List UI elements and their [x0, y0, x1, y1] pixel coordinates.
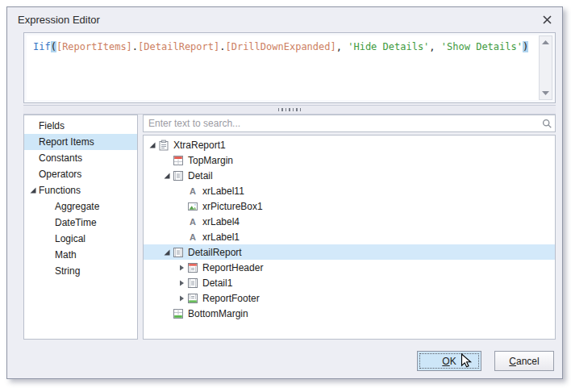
- report-items-tree: XtraReport1TopMarginDetailAxrLabel11xrPi…: [143, 135, 556, 340]
- expanded-expander-icon[interactable]: [27, 186, 39, 194]
- tree-item-detailreport[interactable]: DetailReport: [144, 244, 555, 260]
- category-item-aggregate[interactable]: Aggregate: [24, 198, 137, 215]
- category-item-logical[interactable]: Logical: [24, 231, 137, 247]
- category-item-label: Report Items: [24, 136, 94, 148]
- splitter-grip: [278, 108, 280, 111]
- category-item-label: String: [24, 265, 80, 277]
- tree-item-xrlabel4[interactable]: AxrLabel4: [144, 214, 555, 229]
- label-icon: A: [187, 231, 198, 243]
- bottom-margin-icon: [173, 308, 184, 319]
- tree-item-label: DetailReport: [188, 247, 242, 258]
- top-margin-icon: [173, 155, 184, 166]
- category-item-math[interactable]: Math: [24, 247, 137, 263]
- expression-token: 'Show Details': [441, 41, 523, 52]
- scroll-up-icon[interactable]: [540, 36, 552, 48]
- expression-text[interactable]: Iif([ReportItems].[DetailReport].[DrillD…: [27, 35, 539, 100]
- svg-text:A: A: [190, 217, 196, 227]
- tree-item-label: Detail: [188, 170, 213, 181]
- tree-item-label: Detail1: [202, 277, 232, 289]
- band-icon: [187, 277, 198, 289]
- category-item-label: Logical: [24, 233, 85, 244]
- tree-item-topmargin[interactable]: TopMargin: [144, 152, 555, 168]
- expression-scrollbar[interactable]: [539, 35, 552, 100]
- expression-token: ,: [429, 41, 440, 52]
- tree-item-xrlabel11[interactable]: AxrLabel11: [144, 183, 555, 198]
- expression-editor-dialog: Expression Editor Iif([ReportItems].[Det…: [6, 6, 563, 379]
- tree-item-detail[interactable]: Detail: [144, 168, 555, 183]
- category-item-datetime[interactable]: DateTime: [24, 215, 137, 231]
- expression-token: .: [132, 41, 138, 52]
- search-box: [143, 115, 556, 132]
- expression-token: [ReportItems]: [56, 41, 132, 52]
- category-item-label: Functions: [39, 185, 81, 196]
- category-item-constants[interactable]: Constants: [24, 150, 137, 166]
- svg-text:A: A: [190, 186, 196, 196]
- expression-token: Iif: [33, 41, 51, 52]
- scroll-down-icon[interactable]: [540, 87, 552, 99]
- label-icon: A: [187, 186, 198, 197]
- cancel-button[interactable]: Cancel: [494, 351, 554, 371]
- tree-item-label: xrPictureBox1: [202, 201, 263, 212]
- expression-token: ,: [336, 41, 348, 52]
- ok-button-label: OK: [442, 356, 456, 367]
- category-item-label: Operators: [24, 169, 81, 180]
- category-item-label: Constants: [24, 152, 82, 164]
- category-item-fields[interactable]: Fields: [24, 118, 137, 134]
- tree-item-label: xrLabel4: [202, 216, 240, 227]
- category-item-label: Math: [24, 249, 77, 261]
- tree-item-label: ReportFooter: [202, 293, 260, 304]
- tree-item-xrpicturebox1[interactable]: xrPictureBox1: [144, 198, 555, 214]
- tree-item-detail1[interactable]: Detail1: [144, 275, 555, 290]
- band-footer-icon: [187, 293, 198, 304]
- svg-text:A: A: [190, 232, 196, 242]
- tree-item-xrlabel1[interactable]: AxrLabel1: [144, 229, 555, 244]
- label-icon: A: [187, 216, 198, 227]
- band-icon: [173, 247, 184, 258]
- expression-token: (: [51, 41, 56, 52]
- tree-item-reportheader[interactable]: ReportHeader: [144, 260, 555, 275]
- expression-token: ): [523, 41, 528, 52]
- category-item-functions[interactable]: Functions: [24, 182, 137, 198]
- close-icon[interactable]: [543, 15, 552, 24]
- tree-item-label: BottomMargin: [188, 308, 248, 319]
- category-item-label: DateTime: [24, 217, 97, 228]
- title-bar: Expression Editor: [7, 7, 562, 31]
- category-item-operators[interactable]: Operators: [24, 166, 137, 182]
- tree-item-label: ReportHeader: [202, 262, 263, 273]
- tree-item-label: XtraReport1: [173, 140, 226, 151]
- search-icon[interactable]: [539, 119, 555, 129]
- search-input[interactable]: [144, 118, 539, 129]
- collapsed-expander-icon[interactable]: [176, 294, 187, 302]
- tree-item-xtrareport1[interactable]: XtraReport1: [144, 137, 555, 152]
- expanded-expander-icon[interactable]: [161, 172, 173, 180]
- tree-item-bottommargin[interactable]: BottomMargin: [144, 306, 555, 321]
- expanded-expander-icon[interactable]: [161, 248, 173, 256]
- report-icon: [158, 140, 169, 151]
- expression-editor-box: Iif([ReportItems].[DetailReport].[DrillD…: [23, 32, 556, 103]
- tree-item-label: TopMargin: [188, 155, 233, 166]
- picture-icon: [187, 201, 198, 212]
- expression-token: [DetailReport]: [138, 41, 219, 52]
- category-item-string[interactable]: String: [24, 263, 137, 279]
- expression-token: 'Hide Details': [348, 41, 429, 52]
- tree-item-label: xrLabel11: [202, 186, 244, 197]
- dialog-title: Expression Editor: [18, 14, 100, 26]
- collapsed-expander-icon[interactable]: [176, 279, 187, 287]
- category-item-label: Fields: [24, 120, 65, 131]
- band-header-icon: [187, 262, 198, 273]
- tree-item-reportfooter[interactable]: ReportFooter: [144, 290, 555, 306]
- category-item-label: Aggregate: [24, 201, 99, 212]
- category-list: FieldsReport ItemsConstantsOperatorsFunc…: [23, 115, 138, 340]
- tree-item-label: xrLabel1: [202, 231, 240, 243]
- cancel-button-label: Cancel: [509, 356, 539, 367]
- ok-button[interactable]: OK: [417, 351, 481, 371]
- expression-token: [DrillDownExpanded]: [225, 41, 336, 52]
- splitter-handle[interactable]: [23, 105, 556, 115]
- collapsed-expander-icon[interactable]: [176, 264, 187, 272]
- category-item-report-items[interactable]: Report Items: [24, 134, 137, 150]
- band-icon: [173, 170, 184, 181]
- expanded-expander-icon[interactable]: [147, 141, 158, 149]
